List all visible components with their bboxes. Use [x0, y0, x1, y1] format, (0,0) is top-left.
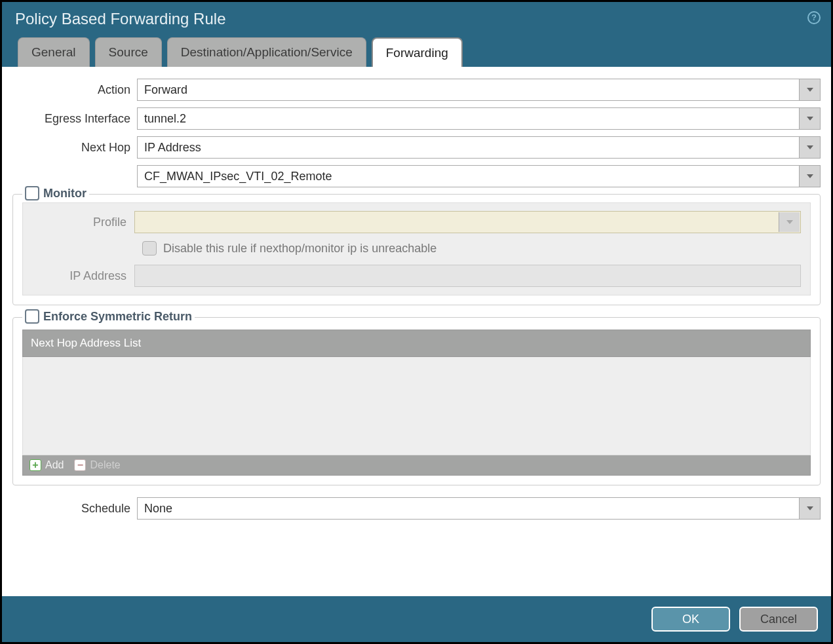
chevron-down-icon	[799, 79, 820, 100]
help-icon[interactable]: ?	[807, 11, 821, 24]
nexthop-list-body[interactable]	[22, 357, 811, 455]
schedule-select[interactable]: None	[137, 497, 821, 520]
dialog-content: Action Forward Egress Interface tunnel.2…	[2, 67, 831, 596]
esr-checkbox[interactable]	[25, 309, 39, 324]
action-value: Forward	[137, 79, 821, 101]
nexthop-label: Next Hop	[12, 141, 137, 155]
nexthop-value: CF_MWAN_IPsec_VTI_02_Remote	[137, 165, 821, 187]
esr-fieldset: Enforce Symmetric Return Next Hop Addres…	[12, 317, 821, 485]
monitor-fieldset: Monitor Profile Disable this rule if nex…	[12, 194, 821, 305]
action-label: Action	[12, 83, 137, 97]
row-monitor-ip: IP Address	[32, 265, 801, 287]
add-label: Add	[45, 459, 64, 471]
monitor-ip-input[interactable]	[134, 265, 801, 287]
tab-source[interactable]: Source	[95, 37, 162, 67]
esr-body: Next Hop Address List + Add − Delete	[22, 330, 811, 476]
profile-label: Profile	[32, 216, 134, 229]
action-select[interactable]: Forward	[137, 79, 821, 101]
add-button[interactable]: + Add	[29, 459, 64, 471]
plus-icon: +	[29, 459, 41, 471]
monitor-legend: Monitor	[22, 186, 89, 200]
schedule-value: None	[137, 497, 821, 520]
row-profile: Profile	[32, 211, 801, 233]
schedule-label: Schedule	[12, 502, 137, 516]
pbf-dialog: Policy Based Forwarding Rule ? General S…	[0, 0, 833, 644]
monitor-checkbox[interactable]	[25, 186, 39, 200]
esr-legend: Enforce Symmetric Return	[22, 309, 195, 324]
tab-forwarding[interactable]: Forwarding	[372, 37, 463, 67]
row-schedule: Schedule None	[12, 497, 821, 520]
cancel-button[interactable]: Cancel	[739, 607, 818, 632]
tab-bar: General Source Destination/Application/S…	[15, 37, 818, 67]
nexthop-list-header: Next Hop Address List	[22, 330, 811, 357]
delete-button[interactable]: − Delete	[74, 459, 120, 471]
profile-select[interactable]	[134, 211, 801, 233]
row-egress: Egress Interface tunnel.2	[12, 107, 821, 130]
chevron-down-icon	[779, 212, 800, 232]
chevron-down-icon	[799, 137, 820, 158]
egress-value: tunnel.2	[137, 107, 821, 130]
tab-destination[interactable]: Destination/Application/Service	[167, 37, 366, 67]
dialog-header: Policy Based Forwarding Rule ? General S…	[2, 2, 831, 67]
minus-icon: −	[74, 459, 86, 471]
disable-rule-label: Disable this rule if nexthop/monitor ip …	[163, 242, 436, 256]
row-action: Action Forward	[12, 79, 821, 101]
row-nexthop-value: CF_MWAN_IPsec_VTI_02_Remote	[12, 165, 821, 187]
egress-label: Egress Interface	[12, 112, 137, 126]
egress-select[interactable]: tunnel.2	[137, 107, 821, 130]
ok-button[interactable]: OK	[651, 607, 730, 632]
chevron-down-icon	[799, 108, 820, 129]
delete-label: Delete	[90, 459, 120, 471]
nexthop-type-value: IP Address	[137, 136, 821, 159]
dialog-footer: OK Cancel	[2, 596, 831, 642]
dialog-title: Policy Based Forwarding Rule	[15, 10, 818, 28]
nexthop-type-select[interactable]: IP Address	[137, 136, 821, 159]
monitor-body: Profile Disable this rule if nexthop/mon…	[22, 202, 811, 295]
tab-general[interactable]: General	[18, 37, 90, 67]
disable-rule-checkbox[interactable]	[142, 241, 157, 256]
row-nexthop-type: Next Hop IP Address	[12, 136, 821, 159]
monitor-legend-text: Monitor	[43, 187, 87, 200]
chevron-down-icon	[799, 166, 820, 187]
nexthop-value-select[interactable]: CF_MWAN_IPsec_VTI_02_Remote	[137, 165, 821, 187]
row-disable-rule: Disable this rule if nexthop/monitor ip …	[32, 241, 801, 256]
monitor-ip-label: IP Address	[32, 269, 134, 283]
nexthop-list-footer: + Add − Delete	[22, 455, 811, 476]
esr-legend-text: Enforce Symmetric Return	[43, 310, 192, 324]
chevron-down-icon	[799, 498, 820, 519]
